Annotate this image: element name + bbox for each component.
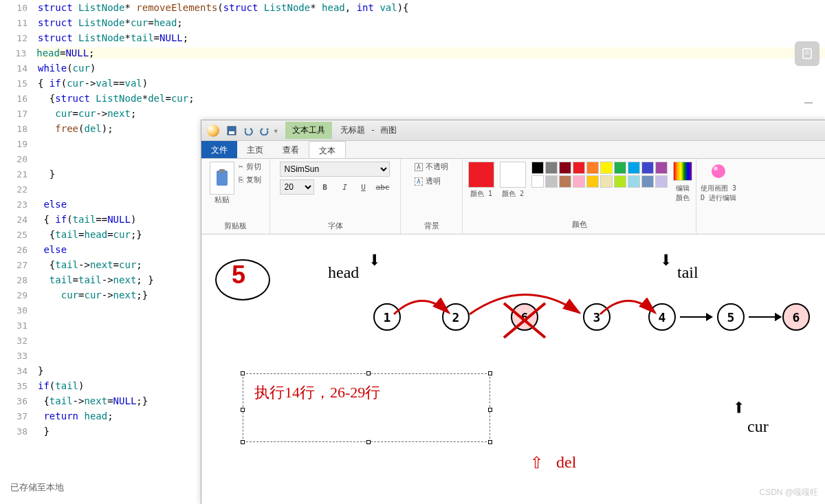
del-label: del [556, 453, 576, 472]
line-number: 14 [0, 63, 38, 74]
menu-file[interactable]: 文件 [201, 141, 237, 158]
color-swatch[interactable] [641, 175, 654, 188]
code-text: tail=tail->next; } [38, 274, 154, 285]
paste-button[interactable] [210, 162, 234, 195]
line-number: 13 [0, 48, 36, 58]
code-line[interactable]: 15{ if(cur->val==val) [0, 76, 825, 91]
color-swatch[interactable] [628, 175, 640, 188]
font-size-select[interactable]: 20 [280, 179, 314, 195]
code-text: {tail->next=cur; [38, 259, 142, 270]
opaque-option[interactable]: A不透明 [415, 162, 448, 172]
line-number: 37 [0, 411, 38, 421]
code-line[interactable]: 13head=NULL; [0, 45, 825, 61]
color-swatch[interactable] [600, 162, 613, 174]
color-swatch[interactable] [600, 175, 613, 188]
line-number: 15 [0, 78, 38, 89]
svg-rect-5 [217, 171, 228, 186]
color1-preview[interactable] [468, 162, 494, 188]
color-palette[interactable] [531, 162, 668, 217]
color-swatch[interactable] [641, 162, 654, 174]
line-number: 28 [0, 275, 38, 285]
line-number: 10 [0, 3, 38, 13]
paint3d-button[interactable]: 使用画图 3 D 进行编辑 [698, 162, 739, 217]
color-swatch[interactable] [531, 175, 544, 188]
strike-button[interactable]: abc [375, 179, 391, 195]
italic-button[interactable]: I [336, 179, 353, 195]
edit-colors-button[interactable]: 编辑 颜色 [673, 162, 692, 217]
paste-label: 粘贴 [210, 195, 234, 205]
list-node: 3 [583, 303, 610, 331]
color-swatch[interactable] [655, 175, 668, 188]
cut-button[interactable]: ✂剪切 [239, 162, 261, 172]
side-minus-icon[interactable]: — [804, 94, 813, 110]
copy-button[interactable]: ⎘复制 [239, 175, 261, 185]
bold-button[interactable]: B [317, 179, 333, 195]
code-text: cur=cur->next; [38, 108, 136, 119]
menu-bar: 文件 主页 查看 文本 [201, 141, 825, 159]
ribbon: 粘贴 ✂剪切 ⎘复制 剪贴板 NSimSun 20 B I U abc [201, 159, 825, 234]
color-swatch[interactable] [531, 162, 544, 174]
font-name-select[interactable]: NSimSun [280, 162, 390, 177]
undo-icon[interactable] [241, 124, 255, 138]
window-title: 无标题 - 画图 [340, 124, 397, 136]
color-swatch[interactable] [614, 175, 626, 188]
line-number: 16 [0, 94, 38, 104]
line-number: 36 [0, 396, 38, 406]
color-swatch[interactable] [559, 175, 571, 188]
text-tool-tab[interactable]: 文本工具 [285, 122, 332, 139]
menu-text[interactable]: 文本 [309, 141, 346, 158]
arrow-down-tail: ⬇ [659, 247, 672, 273]
tail-label: tail [677, 263, 698, 282]
code-line[interactable]: 16 {struct ListNode*del=cur; [0, 91, 825, 106]
svg-rect-6 [219, 169, 225, 173]
color-swatch[interactable] [545, 162, 558, 174]
line-number: 18 [0, 124, 38, 134]
color2-preview[interactable] [500, 162, 526, 188]
code-line[interactable]: 14while(cur) [0, 61, 825, 76]
color-swatch[interactable] [573, 175, 585, 188]
line-number: 12 [0, 33, 38, 43]
menu-view[interactable]: 查看 [273, 141, 309, 158]
arrow-down-head: ⬇ [368, 247, 381, 273]
color-swatch[interactable] [559, 162, 571, 174]
code-text: return head; [38, 410, 113, 421]
paint-app-icon [207, 124, 219, 137]
transparent-option[interactable]: A透明 [415, 176, 448, 186]
code-text: cur=cur->next;} [38, 289, 148, 300]
color-swatch[interactable] [655, 162, 668, 174]
list-node: 6 [782, 303, 810, 331]
code-text: while(cur) [38, 63, 96, 74]
color-swatch[interactable] [614, 162, 626, 174]
color-swatch[interactable] [573, 162, 585, 174]
line-number: 33 [0, 351, 38, 361]
save-icon[interactable] [225, 124, 239, 138]
bg-label: 背景 [424, 221, 439, 231]
side-document-icon[interactable] [795, 41, 820, 66]
code-line[interactable]: 11struct ListNode*cur=head; [0, 15, 825, 30]
redo-icon[interactable] [258, 124, 272, 138]
code-line[interactable]: 17 cur=cur->next; [0, 106, 825, 121]
code-line[interactable]: 12struct ListNode*tail=NULL; [0, 30, 825, 45]
line-number: 26 [0, 245, 38, 255]
line-number: 34 [0, 366, 38, 376]
color-swatch[interactable] [545, 175, 558, 188]
code-text: {struct ListNode*del=cur; [38, 93, 195, 104]
colors-label: 颜色 [468, 219, 690, 230]
color-swatch[interactable] [628, 162, 640, 174]
list-node: 6 [511, 303, 538, 331]
code-line[interactable]: 10struct ListNode* removeElements(struct… [0, 0, 825, 15]
menu-home[interactable]: 主页 [237, 141, 273, 158]
color-swatch[interactable] [586, 175, 599, 188]
watermark: CSDN @嘎嘎旺 [759, 487, 818, 498]
color-swatch[interactable] [586, 162, 599, 174]
line-number: 11 [0, 18, 38, 28]
line-number: 38 [0, 426, 38, 437]
underline-button[interactable]: U [355, 179, 372, 195]
code-text: struct ListNode*cur=head; [38, 17, 183, 28]
annotation-textbox[interactable]: 执行14行，26-29行 [243, 373, 490, 442]
line-number: 22 [0, 184, 38, 195]
paint-canvas[interactable]: 5 ⬇ head ⬇ tail 1263456 执行14行，26-29行 ⬆ c… [201, 234, 825, 504]
list-node: 4 [648, 303, 676, 331]
clipboard-label: 剪贴板 [224, 221, 247, 231]
code-text: } [38, 365, 43, 376]
